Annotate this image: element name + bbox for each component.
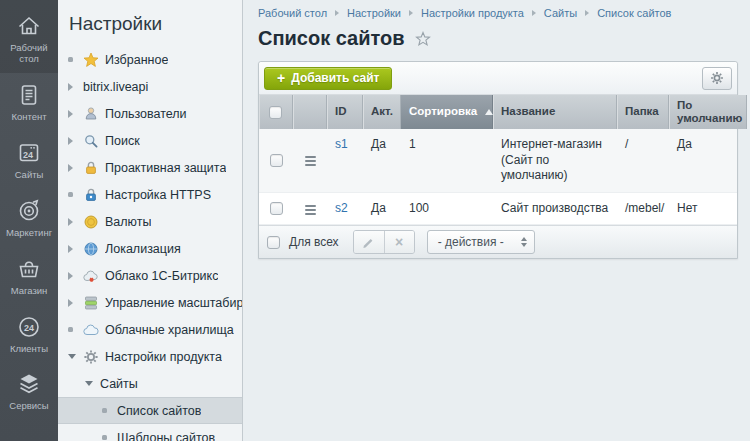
header-default[interactable]: По умолчанию <box>669 95 747 129</box>
rail-item-label: Контент <box>2 112 56 123</box>
rail-item-content[interactable]: Контент <box>0 73 58 131</box>
rail-item-label: Рабочий стол <box>2 43 56 65</box>
sites-grid: + Добавить сайт ID Акт. Сортировка Н <box>258 61 738 259</box>
rail-item-desktop[interactable]: Рабочий стол <box>0 0 58 73</box>
scaling-icon <box>83 295 99 311</box>
grid-footer: Для всех × - действия - <box>259 225 737 258</box>
rail-item-store[interactable]: Магазин <box>0 247 58 305</box>
sidebar-item-scaling-management[interactable]: Управление масштабированием <box>58 289 242 316</box>
chevron-right-icon <box>68 245 81 253</box>
row-actions-menu-icon[interactable] <box>305 203 316 215</box>
rail-item-label: Маркетинг <box>2 228 56 239</box>
sidebar-item-site-templates[interactable]: Шаблоны сайтов <box>58 424 242 441</box>
site-default-cell: Да <box>669 129 737 192</box>
rail-item-marketing[interactable]: Маркетинг <box>0 189 58 247</box>
chevron-down-icon <box>85 381 98 386</box>
breadcrumb-item[interactable]: Настройки <box>347 7 401 19</box>
breadcrumb-item[interactable]: Рабочий стол <box>258 7 327 19</box>
chevron-right-icon <box>68 83 81 91</box>
table-row: s1 Да 1 Интернет-магазин (Сайт по умолча… <box>259 129 737 193</box>
row-select-cell <box>259 129 293 192</box>
sidebar-item-favorites[interactable]: Избранное <box>58 46 242 73</box>
sidebar-item-bitrix-liveapi[interactable]: bitrix.liveapi <box>58 73 242 100</box>
row-actions-menu-icon[interactable] <box>305 154 316 166</box>
gear-icon <box>710 71 724 85</box>
header-name[interactable]: Название <box>493 95 617 129</box>
header-sort[interactable]: Сортировка <box>401 95 493 129</box>
header-active[interactable]: Акт. <box>363 95 401 129</box>
sidebar-item-cloud-storage[interactable]: Облачные хранилища <box>58 316 242 343</box>
search-icon <box>83 133 99 149</box>
for-all-label: Для всех <box>289 235 339 249</box>
svg-text:24: 24 <box>23 149 33 159</box>
lock-yellow-icon <box>83 160 99 176</box>
sidebar-item-localization[interactable]: Локализация <box>58 235 242 262</box>
add-site-label: Добавить сайт <box>291 71 379 85</box>
favorite-star-icon[interactable] <box>415 31 431 47</box>
site-folder-cell: / <box>617 129 669 192</box>
rail-item-services[interactable]: Сервисы <box>0 362 58 420</box>
header-id[interactable]: ID <box>327 95 363 129</box>
sidebar-item-currencies[interactable]: Валюты <box>58 208 242 235</box>
bullet-marker <box>68 192 81 197</box>
clients-icon: 24 <box>16 314 42 340</box>
grid-settings-button[interactable] <box>702 67 732 90</box>
row-menu-cell <box>293 129 327 192</box>
site-id-link[interactable]: s2 <box>335 201 348 217</box>
chevron-right-icon <box>68 218 81 226</box>
user-icon <box>83 106 99 122</box>
pencil-icon <box>362 236 375 249</box>
delete-button[interactable]: × <box>384 231 414 253</box>
sidebar-item-product-settings[interactable]: Настройки продукта <box>58 343 242 370</box>
site-id-cell: s1 <box>327 129 363 192</box>
breadcrumb-separator-icon <box>532 10 536 16</box>
breadcrumb-item[interactable]: Сайты <box>544 7 577 19</box>
sidebar-item-site-list[interactable]: Список сайтов <box>58 397 242 424</box>
actions-select[interactable]: - действия - <box>427 230 535 254</box>
main-content: Рабочий стол Настройки Настройки продукт… <box>243 0 750 441</box>
footer-button-group: × <box>353 230 415 254</box>
site-sort-cell: 100 <box>401 193 493 225</box>
header-folder[interactable]: Папка <box>617 95 669 129</box>
select-spinner-icon <box>521 237 527 247</box>
home-icon <box>16 13 42 39</box>
table-header-row: ID Акт. Сортировка Название Папка По умо… <box>259 95 737 129</box>
site-active-cell: Да <box>363 129 401 192</box>
sidebar-item-search[interactable]: Поиск <box>58 127 242 154</box>
svg-text:24: 24 <box>24 322 34 332</box>
cloud-icon <box>83 322 99 338</box>
edit-button[interactable] <box>354 231 384 253</box>
add-site-button[interactable]: + Добавить сайт <box>264 67 392 90</box>
bullet-marker <box>102 408 115 413</box>
cloud-fire-icon <box>83 268 99 284</box>
sidebar-item-users[interactable]: Пользователи <box>58 100 242 127</box>
chevron-right-icon <box>68 164 81 172</box>
bullet-marker <box>102 435 115 440</box>
site-id-link[interactable]: s1 <box>335 137 348 153</box>
site-active-cell: Да <box>363 193 401 225</box>
row-checkbox[interactable] <box>270 154 283 167</box>
chevron-right-icon <box>68 272 81 280</box>
breadcrumb-item[interactable]: Список сайтов <box>597 7 671 19</box>
breadcrumb-item[interactable]: Настройки продукта <box>421 7 524 19</box>
site-id-cell: s2 <box>327 193 363 225</box>
rail-item-label: Клиенты <box>2 344 56 355</box>
sites-icon: 24 <box>16 140 42 166</box>
sidebar-item-sites[interactable]: Сайты <box>58 370 242 397</box>
chevron-right-icon <box>68 110 81 118</box>
sidebar-item-cloud-1c-bitrix[interactable]: Облако 1С-Битрикс <box>58 262 242 289</box>
site-name-cell: Сайт производства <box>493 193 617 225</box>
row-menu-cell <box>293 193 327 225</box>
row-checkbox[interactable] <box>270 202 283 215</box>
header-sort-label: Сортировка <box>409 105 477 118</box>
site-name-cell: Интернет-магазин (Сайт по умолчанию) <box>493 129 617 192</box>
rail-item-sites[interactable]: 24 Сайты <box>0 131 58 189</box>
gear-icon <box>83 349 99 365</box>
rail-item-clients[interactable]: 24 Клиенты <box>0 305 58 363</box>
footer-select-all-checkbox[interactable] <box>267 236 280 249</box>
left-rail: Рабочий стол Контент 24 Сайты Маркетинг … <box>0 0 58 441</box>
settings-menu-title: Настройки <box>58 0 242 46</box>
sidebar-item-https-settings[interactable]: Настройка HTTPS <box>58 181 242 208</box>
sidebar-item-proactive-protection[interactable]: Проактивная защита <box>58 154 242 181</box>
select-all-checkbox[interactable] <box>269 106 282 119</box>
